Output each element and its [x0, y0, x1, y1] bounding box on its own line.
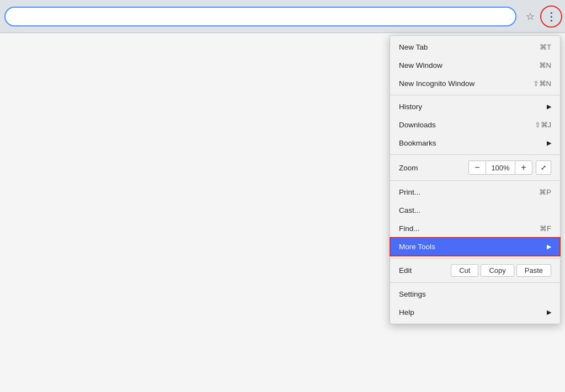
- find-shortcut: ⌘F: [540, 224, 551, 233]
- menu-item-new-window[interactable]: New Window ⌘N: [390, 56, 560, 74]
- separator-1: [390, 95, 560, 95]
- separator-4: [390, 258, 560, 259]
- menu-item-bookmarks[interactable]: Bookmarks ▶: [390, 134, 560, 152]
- zoom-row: Zoom − 100% + ⤢: [390, 157, 560, 178]
- zoom-label: Zoom: [399, 164, 468, 172]
- menu-item-print[interactable]: Print... ⌘P: [390, 183, 560, 201]
- new-tab-label: New Tab: [399, 43, 540, 51]
- cast-label: Cast...: [399, 206, 551, 214]
- downloads-label: Downloads: [399, 121, 535, 129]
- star-icon: ☆: [526, 10, 535, 23]
- browser-chrome: ☆ ⋮: [0, 0, 565, 33]
- separator-3: [390, 180, 560, 181]
- zoom-out-button[interactable]: −: [468, 160, 486, 175]
- separator-2: [390, 154, 560, 155]
- zoom-controls: − 100% +: [468, 160, 532, 175]
- menu-item-settings[interactable]: Settings: [390, 285, 560, 303]
- menu-item-find[interactable]: Find... ⌘F: [390, 219, 560, 238]
- menu-item-more-tools[interactable]: More Tools ▶ Save Page As... ⌘S Clear Br…: [390, 238, 560, 256]
- address-bar[interactable]: [4, 7, 516, 26]
- browser-actions: ☆ ⋮: [521, 7, 561, 26]
- history-arrow-icon: ▶: [547, 103, 551, 110]
- zoom-in-button[interactable]: +: [515, 160, 532, 175]
- menu-item-new-incognito[interactable]: New Incognito Window ⇧⌘N: [390, 74, 560, 93]
- edit-label: Edit: [399, 266, 451, 275]
- edit-row: Edit Cut Copy Paste: [390, 261, 560, 280]
- star-button[interactable]: ☆: [521, 7, 540, 26]
- menu-item-cast[interactable]: Cast...: [390, 201, 560, 219]
- new-window-label: New Window: [399, 61, 539, 69]
- new-window-shortcut: ⌘N: [539, 61, 551, 69]
- cut-button[interactable]: Cut: [451, 264, 478, 277]
- menu-item-downloads[interactable]: Downloads ⇧⌘J: [390, 116, 560, 134]
- new-incognito-shortcut: ⇧⌘N: [533, 79, 551, 88]
- edit-buttons: Cut Copy Paste: [451, 264, 551, 277]
- bookmarks-label: Bookmarks: [399, 139, 542, 147]
- more-tools-label: More Tools: [399, 243, 542, 251]
- fullscreen-button[interactable]: ⤢: [536, 160, 551, 175]
- help-label: Help: [399, 308, 542, 316]
- settings-label: Settings: [399, 290, 551, 298]
- browser-content: New Tab ⌘T New Window ⌘N New Incognito W…: [0, 33, 565, 392]
- bookmarks-arrow-icon: ▶: [547, 139, 551, 147]
- more-tools-arrow-icon: ▶: [547, 243, 551, 250]
- separator-5: [390, 282, 560, 283]
- menu-item-new-tab[interactable]: New Tab ⌘T: [390, 38, 560, 56]
- menu-item-history[interactable]: History ▶: [390, 98, 560, 116]
- find-label: Find...: [399, 224, 540, 233]
- new-tab-shortcut: ⌘T: [540, 43, 551, 51]
- print-shortcut: ⌘P: [539, 188, 551, 196]
- help-arrow-icon: ▶: [547, 309, 551, 316]
- paste-button[interactable]: Paste: [516, 264, 551, 277]
- fullscreen-icon: ⤢: [541, 164, 546, 171]
- print-label: Print...: [399, 188, 539, 196]
- new-incognito-label: New Incognito Window: [399, 79, 533, 88]
- downloads-shortcut: ⇧⌘J: [535, 121, 552, 129]
- chrome-menu: New Tab ⌘T New Window ⌘N New Incognito W…: [390, 35, 561, 324]
- menu-item-help[interactable]: Help ▶: [390, 303, 560, 321]
- zoom-value: 100%: [486, 160, 515, 175]
- history-label: History: [399, 103, 542, 111]
- copy-button[interactable]: Copy: [481, 264, 514, 277]
- menu-button[interactable]: ⋮: [542, 7, 561, 26]
- kebab-menu-icon: ⋮: [546, 10, 557, 23]
